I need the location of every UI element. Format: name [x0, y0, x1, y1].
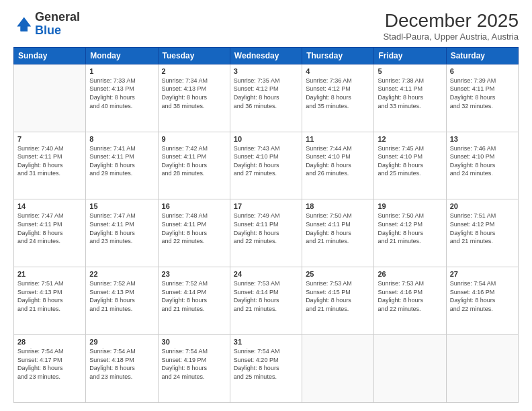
calendar-header-row: Sunday Monday Tuesday Wednesday Thursday… [14, 47, 519, 64]
table-cell: 31 Sunrise: 7:54 AMSunset: 4:20 PMDaylig… [230, 335, 302, 403]
table-row: 21 Sunrise: 7:51 AMSunset: 4:13 PMDaylig… [14, 267, 519, 335]
day-info: Sunrise: 7:42 AMSunset: 4:11 PMDaylight:… [162, 145, 208, 177]
day-number: 9 [162, 135, 226, 143]
table-cell: 2 Sunrise: 7:34 AMSunset: 4:13 PMDayligh… [158, 64, 230, 132]
day-info: Sunrise: 7:44 AMSunset: 4:10 PMDaylight:… [306, 145, 352, 177]
day-number: 23 [162, 270, 226, 278]
day-info: Sunrise: 7:54 AMSunset: 4:16 PMDaylight:… [450, 280, 496, 312]
table-cell: 5 Sunrise: 7:38 AMSunset: 4:11 PMDayligh… [374, 64, 446, 132]
svg-rect-1 [21, 26, 28, 31]
table-cell: 25 Sunrise: 7:53 AMSunset: 4:15 PMDaylig… [302, 267, 374, 335]
day-number: 31 [234, 338, 298, 346]
day-number: 19 [378, 202, 442, 210]
table-row: 14 Sunrise: 7:47 AMSunset: 4:11 PMDaylig… [14, 199, 519, 267]
table-cell: 23 Sunrise: 7:52 AMSunset: 4:14 PMDaylig… [158, 267, 230, 335]
table-cell: 14 Sunrise: 7:47 AMSunset: 4:11 PMDaylig… [14, 199, 86, 267]
day-number: 6 [450, 67, 515, 75]
logo-icon [13, 15, 32, 34]
col-tuesday: Tuesday [158, 47, 230, 64]
logo-text: General Blue [35, 11, 80, 38]
day-info: Sunrise: 7:34 AMSunset: 4:13 PMDaylight:… [162, 77, 208, 109]
table-cell: 11 Sunrise: 7:44 AMSunset: 4:10 PMDaylig… [302, 132, 374, 199]
table-cell: 26 Sunrise: 7:53 AMSunset: 4:16 PMDaylig… [374, 267, 446, 335]
table-cell: 24 Sunrise: 7:53 AMSunset: 4:14 PMDaylig… [230, 267, 302, 335]
day-info: Sunrise: 7:50 AMSunset: 4:11 PMDaylight:… [306, 212, 352, 244]
day-number: 13 [450, 135, 515, 143]
logo-general-text: General [35, 10, 80, 24]
table-cell: 30 Sunrise: 7:54 AMSunset: 4:19 PMDaylig… [158, 335, 230, 403]
table-cell: 9 Sunrise: 7:42 AMSunset: 4:11 PMDayligh… [158, 132, 230, 199]
table-row: 1 Sunrise: 7:33 AMSunset: 4:13 PMDayligh… [14, 64, 519, 132]
table-cell: 3 Sunrise: 7:35 AMSunset: 4:12 PMDayligh… [230, 64, 302, 132]
col-monday: Monday [86, 47, 158, 64]
month-title: December 2025 [383, 11, 519, 32]
table-cell: 8 Sunrise: 7:41 AMSunset: 4:11 PMDayligh… [86, 132, 158, 199]
page: General Blue December 2025 Stadl-Paura, … [0, 0, 532, 411]
day-number: 5 [378, 67, 442, 75]
table-cell: 7 Sunrise: 7:40 AMSunset: 4:11 PMDayligh… [14, 132, 86, 199]
day-info: Sunrise: 7:47 AMSunset: 4:11 PMDaylight:… [17, 212, 64, 244]
location-subtitle: Stadl-Paura, Upper Austria, Austria [383, 32, 519, 42]
day-number: 7 [17, 135, 82, 143]
day-info: Sunrise: 7:46 AMSunset: 4:10 PMDaylight:… [450, 145, 496, 177]
day-info: Sunrise: 7:54 AMSunset: 4:18 PMDaylight:… [89, 348, 136, 380]
header: General Blue December 2025 Stadl-Paura, … [13, 11, 519, 42]
day-info: Sunrise: 7:50 AMSunset: 4:12 PMDaylight:… [378, 212, 424, 244]
day-info: Sunrise: 7:39 AMSunset: 4:11 PMDaylight:… [450, 77, 496, 109]
day-number: 3 [234, 67, 298, 75]
table-cell: 28 Sunrise: 7:54 AMSunset: 4:17 PMDaylig… [14, 335, 86, 403]
day-number: 29 [89, 338, 154, 346]
table-cell: 29 Sunrise: 7:54 AMSunset: 4:18 PMDaylig… [86, 335, 158, 403]
day-info: Sunrise: 7:54 AMSunset: 4:19 PMDaylight:… [162, 348, 208, 380]
day-number: 21 [17, 270, 82, 278]
day-number: 14 [17, 202, 82, 210]
day-number: 11 [306, 135, 370, 143]
day-number: 16 [162, 202, 226, 210]
day-number: 26 [378, 270, 442, 278]
table-cell: 27 Sunrise: 7:54 AMSunset: 4:16 PMDaylig… [446, 267, 518, 335]
day-number: 17 [234, 202, 298, 210]
day-number: 4 [306, 67, 370, 75]
day-info: Sunrise: 7:48 AMSunset: 4:11 PMDaylight:… [162, 212, 208, 244]
day-info: Sunrise: 7:54 AMSunset: 4:20 PMDaylight:… [234, 348, 280, 380]
day-info: Sunrise: 7:53 AMSunset: 4:16 PMDaylight:… [378, 280, 424, 312]
table-row: 28 Sunrise: 7:54 AMSunset: 4:17 PMDaylig… [14, 335, 519, 403]
table-cell: 6 Sunrise: 7:39 AMSunset: 4:11 PMDayligh… [446, 64, 518, 132]
day-number: 24 [234, 270, 298, 278]
logo-blue-text: Blue [35, 24, 61, 37]
day-info: Sunrise: 7:35 AMSunset: 4:12 PMDaylight:… [234, 77, 280, 109]
day-info: Sunrise: 7:52 AMSunset: 4:13 PMDaylight:… [89, 280, 136, 312]
day-number: 1 [89, 67, 154, 75]
table-cell: 22 Sunrise: 7:52 AMSunset: 4:13 PMDaylig… [86, 267, 158, 335]
table-cell: 18 Sunrise: 7:50 AMSunset: 4:11 PMDaylig… [302, 199, 374, 267]
day-number: 25 [306, 270, 370, 278]
day-info: Sunrise: 7:49 AMSunset: 4:11 PMDaylight:… [234, 212, 280, 244]
day-info: Sunrise: 7:54 AMSunset: 4:17 PMDaylight:… [17, 348, 64, 380]
table-cell [14, 64, 86, 132]
table-cell: 21 Sunrise: 7:51 AMSunset: 4:13 PMDaylig… [14, 267, 86, 335]
table-cell: 20 Sunrise: 7:51 AMSunset: 4:12 PMDaylig… [446, 199, 518, 267]
col-sunday: Sunday [14, 47, 86, 64]
table-cell: 19 Sunrise: 7:50 AMSunset: 4:12 PMDaylig… [374, 199, 446, 267]
day-number: 2 [162, 67, 226, 75]
title-block: December 2025 Stadl-Paura, Upper Austria… [383, 11, 519, 42]
table-cell: 12 Sunrise: 7:45 AMSunset: 4:10 PMDaylig… [374, 132, 446, 199]
col-saturday: Saturday [446, 47, 518, 64]
day-info: Sunrise: 7:40 AMSunset: 4:11 PMDaylight:… [17, 145, 64, 177]
day-info: Sunrise: 7:45 AMSunset: 4:10 PMDaylight:… [378, 145, 424, 177]
day-info: Sunrise: 7:53 AMSunset: 4:15 PMDaylight:… [306, 280, 352, 312]
day-number: 15 [89, 202, 154, 210]
day-info: Sunrise: 7:51 AMSunset: 4:12 PMDaylight:… [450, 212, 496, 244]
table-cell: 4 Sunrise: 7:36 AMSunset: 4:12 PMDayligh… [302, 64, 374, 132]
day-number: 22 [89, 270, 154, 278]
col-friday: Friday [374, 47, 446, 64]
day-info: Sunrise: 7:47 AMSunset: 4:11 PMDaylight:… [89, 212, 136, 244]
table-cell: 17 Sunrise: 7:49 AMSunset: 4:11 PMDaylig… [230, 199, 302, 267]
col-thursday: Thursday [302, 47, 374, 64]
day-info: Sunrise: 7:43 AMSunset: 4:10 PMDaylight:… [234, 145, 280, 177]
day-info: Sunrise: 7:33 AMSunset: 4:13 PMDaylight:… [89, 77, 136, 109]
table-cell: 10 Sunrise: 7:43 AMSunset: 4:10 PMDaylig… [230, 132, 302, 199]
col-wednesday: Wednesday [230, 47, 302, 64]
day-info: Sunrise: 7:52 AMSunset: 4:14 PMDaylight:… [162, 280, 208, 312]
calendar-table: Sunday Monday Tuesday Wednesday Thursday… [13, 47, 519, 403]
